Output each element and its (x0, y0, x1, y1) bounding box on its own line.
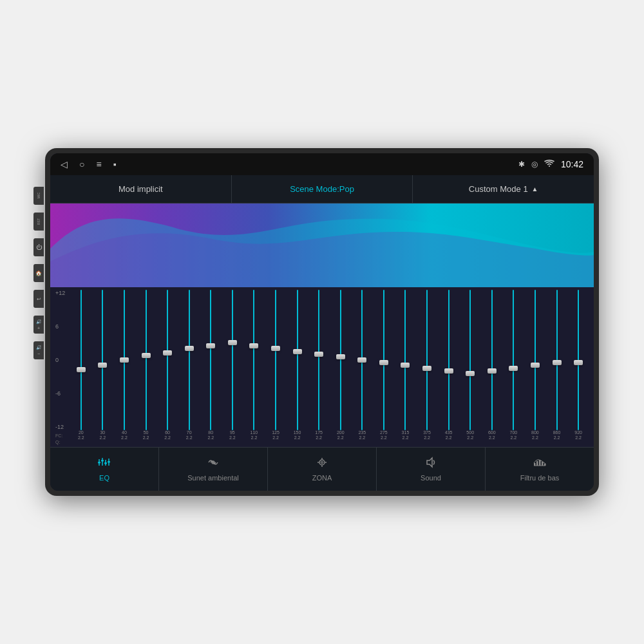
fader-handle-435[interactable] (444, 368, 453, 374)
fader-handle-30[interactable] (98, 363, 107, 368)
fader-handle-860[interactable] (553, 360, 562, 365)
fader-handle-920[interactable] (574, 360, 583, 365)
eq-icon (97, 457, 111, 471)
back-side-button[interactable]: ↩ (33, 290, 44, 308)
fader-col-860[interactable] (547, 290, 567, 430)
fader-col-315[interactable] (395, 290, 416, 430)
fader-col-80[interactable] (200, 290, 221, 430)
freq-col-70: 702.2 (179, 430, 200, 446)
home-nav-icon[interactable]: ○ (79, 159, 84, 169)
mode-implicit[interactable]: Mod implicit (50, 175, 232, 203)
fader-col-125[interactable] (265, 290, 286, 430)
fader-handle-125[interactable] (271, 346, 280, 351)
fader-handle-200[interactable] (336, 354, 345, 359)
fader-handle-315[interactable] (401, 363, 410, 368)
fader-col-110[interactable] (244, 290, 265, 430)
tab-sound[interactable]: Sound (377, 448, 486, 491)
reset-button[interactable]: RST (33, 213, 44, 231)
fader-col-40[interactable] (114, 290, 135, 430)
svg-point-10 (321, 462, 323, 464)
recent-nav-icon[interactable]: ▪ (113, 159, 117, 169)
fader-col-600[interactable] (482, 290, 502, 430)
fader-col-150[interactable] (287, 290, 308, 430)
back-nav-icon[interactable]: ◁ (61, 159, 68, 169)
volume-up-button[interactable]: 🔊 + (33, 316, 44, 334)
menu-nav-icon[interactable]: ≡ (96, 159, 101, 169)
freq-q-175: 2.2 (316, 435, 322, 440)
fader-col-60[interactable] (157, 290, 178, 430)
fader-track-110 (253, 290, 254, 430)
freq-fc-235: 235 (358, 430, 366, 435)
mic-button[interactable]: MIC (33, 187, 44, 205)
fader-handle-150[interactable] (293, 349, 302, 354)
fader-handle-500[interactable] (466, 371, 475, 376)
fader-col-435[interactable] (439, 290, 459, 430)
fader-handle-40[interactable] (120, 357, 129, 363)
freq-q-125: 2.2 (272, 435, 279, 440)
fader-handle-95[interactable] (228, 340, 237, 345)
tab-bass[interactable]: Filtru de bas (486, 448, 594, 491)
fader-handle-375[interactable] (422, 366, 431, 371)
power-button[interactable]: ⏻ (33, 238, 44, 256)
fader-col-30[interactable] (93, 290, 113, 430)
fader-col-500[interactable] (460, 290, 480, 430)
fader-col-20[interactable] (71, 290, 91, 430)
freq-q-70: 2.2 (186, 435, 193, 440)
freq-q-600: 2.2 (489, 435, 495, 440)
fader-col-375[interactable] (417, 290, 437, 430)
fader-col-200[interactable] (330, 290, 351, 430)
fader-col-275[interactable] (374, 290, 394, 430)
main-content: Mod implicit Scene Mode:Pop Custom Mode … (50, 175, 594, 447)
mode-bar: Mod implicit Scene Mode:Pop Custom Mode … (50, 175, 594, 204)
fader-col-700[interactable] (504, 290, 524, 430)
fader-track-600 (491, 290, 493, 430)
fader-col-175[interactable] (308, 290, 329, 430)
fader-col-800[interactable] (525, 290, 545, 430)
fader-col-95[interactable] (222, 290, 243, 430)
mode-custom[interactable]: Custom Mode 1 ▲ (413, 175, 594, 203)
freq-fc-125: 125 (272, 430, 279, 435)
fader-handle-175[interactable] (314, 352, 323, 357)
fader-col-70[interactable] (179, 290, 200, 430)
fader-col-235[interactable] (352, 290, 373, 430)
side-buttons: MIC RST ⏻ 🏠 ↩ 🔊 + 🔊 − (33, 187, 44, 359)
fader-handle-70[interactable] (185, 346, 194, 351)
tab-ambient[interactable]: Sunet ambiental (159, 448, 268, 491)
fader-handle-600[interactable] (488, 368, 497, 374)
freq-q-20: 2.2 (78, 435, 84, 440)
freq-col-600: 6002.2 (482, 430, 502, 446)
svg-rect-20 (542, 462, 544, 466)
freq-fc-40: 40 (122, 430, 127, 435)
svg-rect-3 (101, 460, 104, 462)
freq-col-20: 202.2 (71, 430, 91, 446)
volume-down-button[interactable]: 🔊 − (33, 341, 44, 359)
fader-handle-235[interactable] (357, 357, 366, 363)
freq-fc-200: 200 (337, 430, 345, 435)
fader-handle-60[interactable] (163, 350, 172, 355)
fader-handle-700[interactable] (509, 366, 518, 371)
fader-col-920[interactable] (568, 290, 589, 430)
fader-handle-110[interactable] (249, 343, 258, 348)
fader-track-500 (469, 290, 471, 430)
freq-q-110: 2.2 (251, 435, 258, 440)
fader-handle-80[interactable] (206, 343, 215, 348)
tab-zona-label: ZONA (312, 474, 332, 482)
mode-scene-pop[interactable]: Scene Mode:Pop (232, 175, 413, 203)
tab-zona[interactable]: ZONA (268, 448, 377, 491)
freq-col-95: 952.2 (222, 430, 243, 446)
freq-fc-80: 80 (208, 430, 213, 435)
fader-col-50[interactable] (136, 290, 156, 430)
fader-handle-800[interactable] (531, 363, 540, 368)
fader-handle-20[interactable] (77, 367, 86, 372)
home-button[interactable]: 🏠 (33, 264, 44, 282)
freq-col-235: 2352.2 (352, 430, 373, 446)
tab-eq[interactable]: EQ (50, 448, 159, 491)
freq-col-500: 5002.2 (460, 430, 480, 446)
fader-track-60 (167, 290, 168, 430)
tab-ambient-label: Sunet ambiental (187, 474, 239, 482)
status-bar: ◁ ○ ≡ ▪ ✱ ◎ 10:42 (50, 153, 594, 175)
freq-fc-110: 110 (251, 430, 258, 435)
fader-handle-275[interactable] (379, 360, 388, 365)
ambient-icon (206, 457, 220, 471)
fader-handle-50[interactable] (142, 353, 151, 358)
